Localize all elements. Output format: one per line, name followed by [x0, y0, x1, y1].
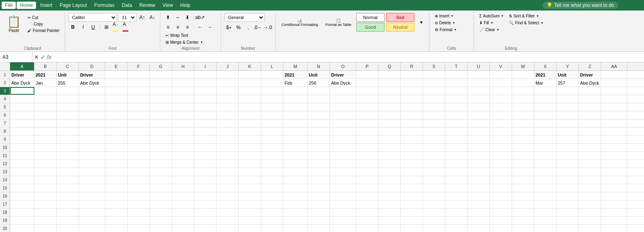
sheet-cell[interactable]	[356, 87, 378, 95]
sheet-cell[interactable]	[150, 71, 172, 79]
sheet-cell[interactable]	[150, 217, 172, 224]
sheet-cell[interactable]	[601, 71, 627, 79]
sheet-cell[interactable]	[378, 119, 401, 127]
col-header-U[interactable]: U	[468, 62, 490, 70]
sheet-cell[interactable]	[10, 160, 34, 168]
sheet-cell[interactable]: Mar	[534, 79, 557, 87]
col-header-W[interactable]: W	[512, 62, 534, 70]
sheet-cell[interactable]	[557, 209, 579, 216]
sheet-cell[interactable]	[10, 184, 34, 192]
sheet-cell[interactable]	[308, 136, 330, 143]
col-header-O[interactable]: O	[330, 62, 356, 70]
menu-item-review[interactable]: Review	[136, 2, 158, 9]
sheet-cell[interactable]	[105, 200, 128, 208]
cancel-formula-icon[interactable]: ✕	[34, 54, 39, 60]
sheet-cell[interactable]	[150, 200, 172, 208]
angle-text-button[interactable]: ab↗	[196, 13, 204, 22]
sheet-cell[interactable]	[57, 200, 79, 208]
sheet-cell[interactable]	[423, 103, 445, 111]
sheet-cell[interactable]	[128, 152, 150, 160]
sheet-cell[interactable]	[34, 209, 57, 216]
sheet-cell[interactable]	[423, 95, 445, 103]
sheet-cell[interactable]	[557, 144, 579, 151]
sheet-cell[interactable]	[330, 160, 356, 168]
sheet-cell[interactable]	[356, 119, 378, 127]
sheet-cell[interactable]	[105, 184, 128, 192]
col-header-G[interactable]: G	[150, 62, 172, 70]
menu-item-formulas[interactable]: Formulas	[91, 2, 118, 9]
sheet-cell[interactable]	[261, 192, 283, 200]
sheet-cell[interactable]	[401, 176, 423, 184]
sheet-cell[interactable]: Unit	[308, 71, 330, 79]
sheet-cell[interactable]	[239, 225, 261, 232]
col-header-A[interactable]: A	[10, 62, 34, 70]
sheet-cell[interactable]	[283, 200, 308, 208]
sheet-cell[interactable]	[217, 111, 239, 119]
sheet-cell[interactable]	[378, 87, 401, 95]
sheet-cell[interactable]	[79, 128, 105, 135]
sheet-cell[interactable]	[34, 217, 57, 224]
sheet-cell[interactable]	[468, 168, 490, 176]
sheet-cell[interactable]: Driver	[79, 71, 105, 79]
sheet-cell[interactable]: 257	[557, 79, 579, 87]
sheet-cell[interactable]	[356, 225, 378, 232]
sheet-cell[interactable]	[601, 217, 627, 224]
sheet-cell[interactable]	[423, 144, 445, 151]
sheet-cell[interactable]	[512, 128, 534, 135]
sheet-cell[interactable]	[423, 160, 445, 168]
sheet-cell[interactable]	[490, 209, 512, 216]
sheet-cell[interactable]	[217, 103, 239, 111]
tell-me-box[interactable]: 💡 Tell me what you want to do	[542, 2, 618, 9]
sheet-cell[interactable]	[10, 176, 34, 184]
sheet-cell[interactable]	[468, 217, 490, 224]
sheet-cell[interactable]	[445, 119, 468, 127]
menu-item-help[interactable]: Help	[177, 2, 193, 9]
sheet-cell[interactable]	[579, 209, 601, 216]
sheet-cell[interactable]	[356, 176, 378, 184]
sheet-cell[interactable]	[79, 144, 105, 151]
sheet-cell[interactable]	[34, 168, 57, 176]
sheet-cell[interactable]	[57, 184, 79, 192]
sheet-cell[interactable]	[217, 225, 239, 232]
sheet-cell[interactable]	[401, 200, 423, 208]
col-header-T[interactable]: T	[445, 62, 468, 70]
sheet-cell[interactable]	[150, 95, 172, 103]
sheet-cell[interactable]	[10, 87, 34, 95]
increase-decimal-button[interactable]: →.0	[263, 23, 272, 32]
sheet-cell[interactable]	[534, 160, 557, 168]
sheet-cell[interactable]	[150, 79, 172, 87]
format-button[interactable]: ⚙ Format ▾	[433, 27, 458, 33]
sheet-cell[interactable]	[356, 168, 378, 176]
align-center-button[interactable]: ≡	[173, 23, 182, 32]
sheet-cell[interactable]	[105, 136, 128, 143]
sheet-cell[interactable]	[378, 209, 401, 216]
sheet-cell[interactable]	[308, 160, 330, 168]
sheet-cell[interactable]	[308, 209, 330, 216]
sheet-cell[interactable]	[150, 168, 172, 176]
row-number[interactable]: 14	[0, 176, 10, 184]
sheet-cell[interactable]	[57, 136, 79, 143]
sheet-cell[interactable]	[261, 225, 283, 232]
sheet-cell[interactable]	[356, 192, 378, 200]
sheet-cell[interactable]	[194, 71, 217, 79]
sheet-cell[interactable]	[557, 192, 579, 200]
sheet-cell[interactable]	[194, 184, 217, 192]
sheet-cell[interactable]	[261, 119, 283, 127]
sheet-cell[interactable]	[128, 71, 150, 79]
sheet-cell[interactable]	[490, 71, 512, 79]
row-number[interactable]: 5	[0, 103, 10, 111]
sheet-cell[interactable]	[308, 176, 330, 184]
sheet-cell[interactable]	[445, 192, 468, 200]
sheet-cell[interactable]	[601, 168, 627, 176]
sheet-cell[interactable]	[330, 152, 356, 160]
menu-item-data[interactable]: Data	[119, 2, 135, 9]
sheet-cell[interactable]	[308, 144, 330, 151]
sheet-cell[interactable]	[128, 160, 150, 168]
sheet-cell[interactable]	[217, 128, 239, 135]
sheet-cell[interactable]	[378, 71, 401, 79]
sheet-cell[interactable]	[579, 95, 601, 103]
sheet-cell[interactable]	[512, 152, 534, 160]
sheet-cell[interactable]	[601, 200, 627, 208]
sheet-cell[interactable]	[557, 225, 579, 232]
sheet-cell[interactable]	[445, 176, 468, 184]
